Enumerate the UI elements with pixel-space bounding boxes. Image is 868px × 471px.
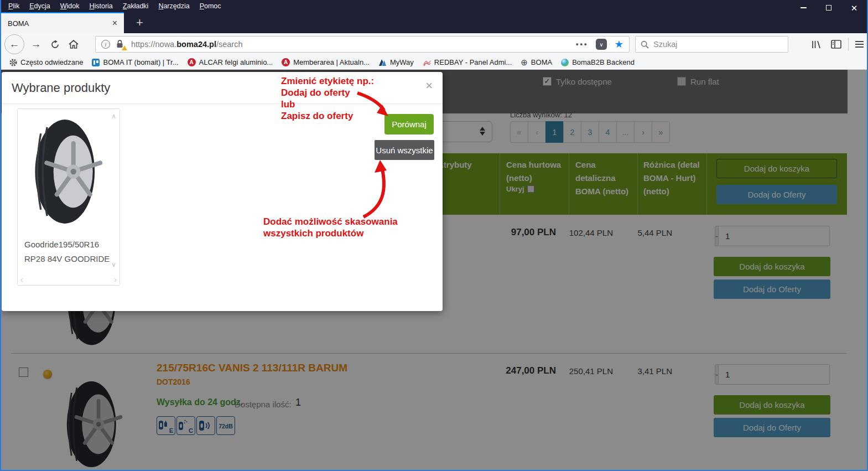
bookmark-alcar[interactable]: A ALCAR felgi aluminio... — [183, 58, 278, 66]
alcar-icon: A — [188, 58, 196, 66]
annotation-line: Dodać możliwość skasowania — [263, 216, 398, 227]
bookmark-bomab2b[interactable]: BomaB2B Backend — [557, 58, 639, 66]
modal-divider — [2, 103, 443, 104]
tab-close-icon[interactable]: × — [112, 18, 117, 28]
product-name-line2: RP28 84V GOODRIDE — [24, 252, 110, 266]
bookmark-label: BomaB2B Backend — [572, 58, 635, 66]
gear-icon — [9, 58, 17, 66]
maximize-button[interactable] — [816, 0, 841, 15]
tab-boma[interactable]: BOMA × — [1, 12, 124, 33]
insecure-lock-icon[interactable] — [116, 39, 126, 49]
menu-pomoc[interactable]: Pomoc — [195, 1, 226, 12]
search-input[interactable] — [653, 40, 764, 49]
bookmark-memberarea[interactable]: A Memberarea | Aktualn... — [277, 58, 374, 66]
scroll-down-icon[interactable]: ∨ — [111, 261, 116, 268]
page-content: ✓ Tylko dostępne Run flat Liczba wyników… — [0, 70, 868, 471]
home-icon[interactable] — [65, 33, 82, 55]
myway-icon — [378, 58, 387, 66]
menu-plik[interactable]: Plik — [3, 1, 24, 12]
annotation-line: Zmienić etykietę np.: — [281, 75, 374, 87]
window-border-left — [0, 0, 1, 471]
toolbar-separator — [848, 38, 849, 51]
url-prefix: https://nowa. — [131, 40, 176, 49]
remove-all-button[interactable]: Usuń wszystkie — [375, 140, 434, 160]
selected-product-image — [33, 117, 103, 226]
bookmark-label: Memberarea | Aktualn... — [293, 58, 370, 66]
window-controls: ✕ — [791, 0, 867, 15]
selected-product-card[interactable]: ∧ Goodride195/50R16 RP28 84V GOODRIDE ∨ … — [17, 108, 120, 286]
annotation-line: Dodaj do oferty — [281, 87, 374, 99]
compare-button[interactable]: Porównaj — [384, 114, 434, 134]
product-name-line1: Goodride195/50R16 — [24, 237, 110, 252]
scroll-left-icon[interactable]: ‹ — [20, 275, 23, 284]
tab-bar: BOMA × + — [0, 12, 868, 33]
sidebar-icon[interactable] — [827, 33, 845, 55]
url-text: https://nowa.boma24.pl/search — [131, 40, 243, 49]
menu-historia[interactable]: Historia — [84, 1, 117, 12]
menu-narzedzia[interactable]: Narzędzia — [153, 1, 194, 12]
new-tab-button[interactable]: + — [132, 14, 148, 31]
url-path: /search — [216, 40, 243, 49]
bookmark-label: REDBAY - Panel Admi... — [434, 58, 512, 66]
menu-edycja[interactable]: Edycja — [24, 1, 55, 12]
scroll-right-icon[interactable]: › — [114, 275, 117, 284]
hamburger-menu-icon[interactable] — [850, 33, 868, 55]
selected-product-name: Goodride195/50R16 RP28 84V GOODRIDE — [24, 237, 110, 266]
back-icon[interactable]: ← — [4, 34, 24, 54]
navigation-toolbar: ← → i https://nowa.boma24.pl/search ●●● … — [0, 33, 868, 55]
browser-window: Plik Edycja Widok Historia Zakładki Narz… — [0, 0, 868, 471]
globe-icon: ⊕ — [521, 58, 528, 66]
selected-products-modal: Wybrane produkty × ∧ Goodride195/50R16 R… — [2, 72, 443, 311]
annotation-line: lub — [281, 99, 374, 110]
bookmark-often-visited[interactable]: Często odwiedzane — [4, 58, 87, 66]
bookmark-label: ALCAR felgi aluminio... — [199, 58, 273, 66]
page-info-icon[interactable]: i — [101, 40, 110, 49]
pocket-icon[interactable]: ∨ — [596, 39, 607, 50]
bookmark-redbay[interactable]: REDBAY - Panel Admi... — [418, 58, 516, 66]
close-button[interactable]: ✕ — [841, 0, 867, 15]
library-icon[interactable] — [807, 33, 825, 55]
url-domain: boma24.pl — [176, 40, 216, 49]
warning-triangle-icon — [122, 45, 127, 50]
forward-icon[interactable]: → — [28, 33, 44, 55]
annotation-line: wszystkich produktów — [263, 227, 398, 239]
menu-widok[interactable]: Widok — [55, 1, 85, 12]
scroll-up-icon[interactable]: ∧ — [111, 112, 116, 120]
tab-title: BOMA — [8, 19, 29, 28]
bookmark-label: BOMA IT (bomait) | Tr... — [103, 58, 178, 66]
bookmarks-bar: Często odwiedzane BOMA IT (bomait) | Tr.… — [0, 55, 868, 70]
menu-bar: Plik Edycja Widok Historia Zakładki Narz… — [0, 0, 868, 12]
search-icon — [641, 40, 649, 49]
bookmark-label: BOMA — [531, 58, 552, 66]
bookmark-boma[interactable]: ⊕ BOMA — [516, 58, 557, 66]
bookmark-label: MyWay — [390, 58, 414, 66]
reload-icon[interactable] — [46, 33, 63, 55]
bookmark-star-icon[interactable]: ★ — [615, 38, 623, 50]
bookmark-boma-it[interactable]: BOMA IT (bomait) | Tr... — [87, 58, 183, 66]
bookmark-label: Często odwiedzane — [20, 58, 83, 66]
modal-title: Wybrane produkty — [12, 81, 110, 95]
annotation-line: Zapisz do oferty — [281, 110, 374, 122]
minimize-button[interactable] — [791, 0, 816, 15]
annotation-note-2: Dodać możliwość skasowania wszystkich pr… — [263, 216, 398, 239]
menu-zakladki[interactable]: Zakładki — [118, 1, 154, 12]
memberarea-icon: A — [282, 58, 290, 66]
bookmark-myway[interactable]: MyWay — [374, 58, 418, 66]
sphere-icon — [561, 59, 569, 66]
url-bar[interactable]: i https://nowa.boma24.pl/search ●●● ∨ ★ — [95, 36, 630, 53]
redbay-icon — [423, 58, 431, 66]
page-actions-icon[interactable]: ●●● — [576, 42, 588, 47]
annotation-note-1: Zmienić etykietę np.: Dodaj do oferty lu… — [281, 75, 374, 122]
modal-close-icon[interactable]: × — [425, 79, 433, 93]
search-bar[interactable] — [635, 36, 788, 53]
trello-icon — [92, 59, 100, 66]
